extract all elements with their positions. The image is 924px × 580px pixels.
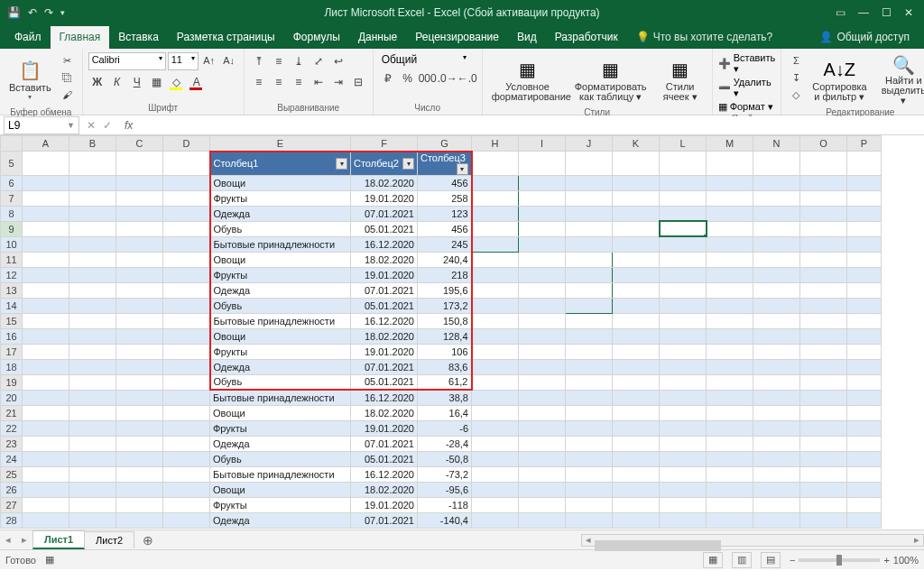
cell-G26[interactable]: -95,6 bbox=[418, 482, 472, 497]
cell-D23[interactable] bbox=[163, 436, 210, 451]
cell-O20[interactable] bbox=[800, 390, 847, 405]
cell-N14[interactable] bbox=[753, 298, 800, 313]
cell-M7[interactable] bbox=[707, 190, 753, 206]
cell-styles-button[interactable]: ▦ Стили ячеек ▾ bbox=[654, 52, 707, 106]
cell-B16[interactable] bbox=[69, 328, 116, 344]
tab-insert[interactable]: Вставка bbox=[109, 26, 168, 49]
cell-N13[interactable] bbox=[753, 282, 800, 298]
cell-K11[interactable] bbox=[613, 252, 660, 267]
cell-A14[interactable] bbox=[23, 298, 69, 313]
select-all-corner[interactable] bbox=[1, 136, 23, 152]
decrease-decimal-icon[interactable]: ←.0 bbox=[458, 69, 476, 87]
cell-J13[interactable] bbox=[566, 282, 613, 298]
cell-H27[interactable] bbox=[472, 497, 519, 512]
cell-J20[interactable] bbox=[566, 390, 613, 405]
zoom-control[interactable]: − + 100% bbox=[790, 555, 919, 566]
clear-icon[interactable]: ◇ bbox=[787, 87, 805, 103]
cell-I27[interactable] bbox=[519, 497, 566, 512]
tab-file[interactable]: Файл bbox=[5, 26, 51, 49]
cell-M28[interactable] bbox=[707, 512, 753, 528]
cell-A21[interactable] bbox=[23, 405, 69, 420]
cell-H21[interactable] bbox=[472, 405, 519, 420]
cell-A27[interactable] bbox=[23, 497, 69, 512]
cell-K15[interactable] bbox=[613, 313, 660, 328]
cell-E18[interactable]: Одежда bbox=[210, 359, 351, 374]
cell-K12[interactable] bbox=[613, 267, 660, 282]
cell-B18[interactable] bbox=[69, 359, 116, 374]
cell-N19[interactable] bbox=[753, 374, 800, 390]
row-header-27[interactable]: 27 bbox=[1, 497, 23, 512]
cell-P26[interactable] bbox=[847, 482, 882, 497]
col-header-F[interactable]: F bbox=[351, 136, 418, 152]
cell-L14[interactable] bbox=[660, 298, 707, 313]
cell-B5[interactable] bbox=[69, 152, 116, 176]
cell-J19[interactable] bbox=[566, 374, 613, 390]
cell-C5[interactable] bbox=[116, 152, 163, 176]
cell-P23[interactable] bbox=[847, 436, 882, 451]
cell-E15[interactable]: Бытовые принадлежности bbox=[210, 313, 351, 328]
cell-D15[interactable] bbox=[163, 313, 210, 328]
cell-A22[interactable] bbox=[23, 420, 69, 436]
cell-I20[interactable] bbox=[519, 390, 566, 405]
cell-F13[interactable]: 07.01.2021 bbox=[351, 282, 418, 298]
increase-font-icon[interactable]: A↑ bbox=[200, 52, 218, 69]
cell-H24[interactable] bbox=[472, 451, 519, 466]
cell-H8[interactable] bbox=[472, 206, 519, 221]
cell-M22[interactable] bbox=[707, 420, 753, 436]
cell-N12[interactable] bbox=[753, 267, 800, 282]
save-icon[interactable]: 💾 bbox=[7, 6, 21, 19]
cancel-formula-icon[interactable]: ✕ bbox=[87, 119, 96, 132]
cell-I8[interactable] bbox=[519, 206, 566, 221]
cell-P27[interactable] bbox=[847, 497, 882, 512]
cell-J27[interactable] bbox=[566, 497, 613, 512]
cell-B28[interactable] bbox=[69, 512, 116, 528]
cell-A19[interactable] bbox=[23, 374, 69, 390]
cell-L19[interactable] bbox=[660, 374, 707, 390]
cell-G12[interactable]: 218 bbox=[418, 267, 472, 282]
row-header-18[interactable]: 18 bbox=[1, 359, 23, 374]
cell-H26[interactable] bbox=[472, 482, 519, 497]
cell-D25[interactable] bbox=[163, 466, 210, 482]
col-header-L[interactable]: L bbox=[660, 136, 707, 152]
cell-E22[interactable]: Фрукты bbox=[210, 420, 351, 436]
cell-H14[interactable] bbox=[472, 298, 519, 313]
zoom-slider[interactable] bbox=[799, 558, 880, 562]
cell-L5[interactable] bbox=[660, 152, 707, 176]
cell-P17[interactable] bbox=[847, 344, 882, 359]
fx-icon[interactable]: fx bbox=[117, 119, 140, 132]
cell-A7[interactable] bbox=[23, 190, 69, 206]
italic-button[interactable]: К bbox=[108, 73, 126, 91]
cell-E20[interactable]: Бытовые принадлежности bbox=[210, 390, 351, 405]
cell-N26[interactable] bbox=[753, 482, 800, 497]
insert-cells-button[interactable]: ➕Вставить ▾ bbox=[718, 52, 776, 75]
cell-G7[interactable]: 258 bbox=[418, 190, 472, 206]
cell-C20[interactable] bbox=[116, 390, 163, 405]
cell-A28[interactable] bbox=[23, 512, 69, 528]
comma-icon[interactable]: 000 bbox=[419, 69, 437, 87]
cell-I18[interactable] bbox=[519, 359, 566, 374]
cell-J15[interactable] bbox=[566, 313, 613, 328]
cell-P28[interactable] bbox=[847, 512, 882, 528]
cell-D8[interactable] bbox=[163, 206, 210, 221]
cell-G11[interactable]: 240,4 bbox=[418, 252, 472, 267]
cell-N25[interactable] bbox=[753, 466, 800, 482]
cell-G15[interactable]: 150,8 bbox=[418, 313, 472, 328]
cell-C22[interactable] bbox=[116, 420, 163, 436]
cell-P13[interactable] bbox=[847, 282, 882, 298]
cell-I26[interactable] bbox=[519, 482, 566, 497]
cell-O25[interactable] bbox=[800, 466, 847, 482]
cell-F12[interactable]: 19.01.2020 bbox=[351, 267, 418, 282]
cell-K21[interactable] bbox=[613, 405, 660, 420]
cell-O7[interactable] bbox=[800, 190, 847, 206]
zoom-in-icon[interactable]: + bbox=[883, 555, 889, 566]
cell-J10[interactable] bbox=[566, 236, 613, 252]
cell-O11[interactable] bbox=[800, 252, 847, 267]
cell-I13[interactable] bbox=[519, 282, 566, 298]
col-header-K[interactable]: K bbox=[613, 136, 660, 152]
cell-D9[interactable] bbox=[163, 221, 210, 236]
cell-B20[interactable] bbox=[69, 390, 116, 405]
paste-button[interactable]: 📋 Вставить ▾ bbox=[5, 52, 55, 106]
cell-E10[interactable]: Бытовые принадлежности bbox=[210, 236, 351, 252]
cell-F6[interactable]: 18.02.2020 bbox=[351, 175, 418, 190]
cell-K16[interactable] bbox=[613, 328, 660, 344]
